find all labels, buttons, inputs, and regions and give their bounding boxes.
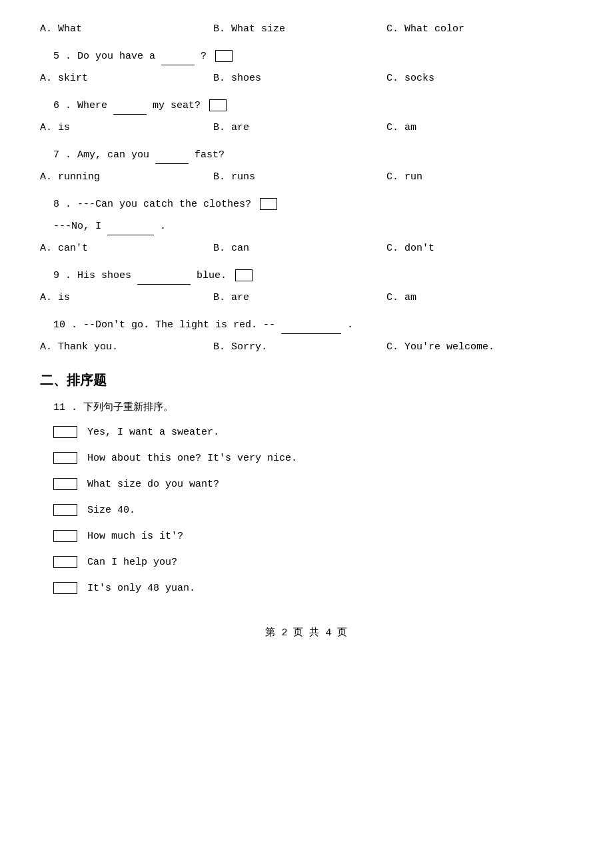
option-b-sorry: B. Sorry. (213, 338, 386, 356)
answer-row-8: A. can't B. can C. don't (40, 239, 573, 257)
q9-paren[interactable] (235, 269, 253, 281)
option-a-what: A. What (40, 20, 213, 38)
question-9: 9 . His shoes blue. (40, 267, 573, 285)
sort-text-7: It's only 48 yuan. (87, 583, 195, 594)
q10-suffix: . (347, 319, 353, 331)
option-b-what-size: B. What size (213, 20, 386, 38)
question-6: 6 . Where my seat? (40, 97, 573, 115)
page-footer: 第 2 页 共 4 页 (40, 624, 573, 642)
sort-text-1: Yes, I want a sweater. (87, 427, 219, 438)
q9-suffix: blue. (197, 270, 233, 281)
q10-blank[interactable] (281, 323, 341, 334)
answer-row-10: A. Thank you. B. Sorry. C. You're welcom… (40, 338, 573, 356)
q6-suffix: my seat? (153, 100, 207, 111)
answer-row-5: A. skirt B. shoes C. socks (40, 69, 573, 87)
q7-suffix: fast? (195, 149, 225, 161)
option-b-are-9: B. are (213, 289, 386, 307)
q5-paren[interactable] (215, 50, 233, 62)
sort-text-4: Size 40. (87, 505, 135, 516)
answer-row-top: A. What B. What size C. What color (40, 20, 573, 38)
q8-blank[interactable] (107, 225, 154, 235)
option-c-am-9: C. am (386, 289, 560, 307)
option-b-are-6: B. are (213, 119, 386, 137)
sort-paren-6[interactable] (53, 556, 77, 568)
q8-sub-suffix: . (160, 221, 166, 232)
sort-text-6: Can I help you? (87, 557, 177, 568)
question-8: 8 . ---Can you catch the clothes? (40, 195, 573, 213)
question-10: 10 . --Don't go. The light is red. -- . (40, 316, 573, 334)
q10-text: 10 . --Don't go. The light is red. -- (53, 319, 275, 331)
answer-row-9: A. is B. are C. am (40, 289, 573, 307)
sort-item-7: It's only 48 yuan. (40, 579, 573, 597)
sort-paren-7[interactable] (53, 582, 77, 594)
q9-text: 9 . His shoes (53, 270, 131, 281)
q6-text: 6 . Where (53, 100, 107, 111)
sort-item-2: How about this one? It's very nice. (40, 449, 573, 467)
q8-paren[interactable] (260, 198, 277, 210)
q8-sub-text: ---No, I (53, 221, 101, 232)
question-5: 5 . Do you have a ? (40, 47, 573, 65)
q8-text: 8 . ---Can you catch the clothes? (53, 199, 251, 210)
sort-item-5: How much is it'? (40, 527, 573, 545)
sort-items-container: Yes, I want a sweater. How about this on… (40, 423, 573, 597)
q11-label: 11 . 下列句子重新排序。 (40, 399, 573, 417)
q5-blank[interactable] (161, 55, 195, 65)
option-a-cant: A. can't (40, 239, 213, 257)
option-a-skirt: A. skirt (40, 69, 213, 87)
option-b-runs: B. runs (213, 168, 386, 186)
sort-item-3: What size do you want? (40, 475, 573, 493)
sort-item-1: Yes, I want a sweater. (40, 423, 573, 441)
option-c-yourewelcome: C. You're welcome. (386, 338, 560, 356)
answer-row-7: A. running B. runs C. run (40, 168, 573, 186)
section2-title: 二、排序题 (40, 368, 573, 392)
answer-row-6: A. is B. are C. am (40, 119, 573, 137)
question-7: 7 . Amy, can you fast? (40, 146, 573, 164)
option-c-what-color: C. What color (386, 20, 560, 38)
option-a-thankyou: A. Thank you. (40, 338, 213, 356)
option-a-is-6: A. is (40, 119, 213, 137)
option-b-can: B. can (213, 239, 386, 257)
sort-paren-2[interactable] (53, 452, 77, 464)
sort-paren-1[interactable] (53, 426, 77, 438)
q5-text: 5 . Do you have a (53, 51, 155, 62)
option-c-run: C. run (386, 168, 560, 186)
q6-paren[interactable] (209, 99, 227, 111)
question-8-sub: ---No, I . (40, 217, 573, 235)
sort-paren-3[interactable] (53, 478, 77, 490)
sort-paren-5[interactable] (53, 530, 77, 542)
q7-text: 7 . Amy, can you (53, 149, 149, 161)
option-a-is-9: A. is (40, 289, 213, 307)
q7-blank[interactable] (155, 153, 189, 164)
sort-item-4: Size 40. (40, 501, 573, 519)
option-c-dont: C. don't (386, 239, 560, 257)
q5-suffix: ? (201, 51, 213, 62)
sort-item-6: Can I help you? (40, 553, 573, 571)
option-c-am-6: C. am (386, 119, 560, 137)
sort-text-5: How much is it'? (87, 531, 183, 542)
sort-paren-4[interactable] (53, 504, 77, 516)
option-b-shoes: B. shoes (213, 69, 386, 87)
option-c-socks: C. socks (386, 69, 560, 87)
sort-text-3: What size do you want? (87, 479, 219, 490)
q6-blank[interactable] (113, 104, 147, 115)
sort-text-2: How about this one? It's very nice. (87, 453, 297, 464)
q9-blank[interactable] (137, 274, 191, 285)
option-a-running: A. running (40, 168, 213, 186)
